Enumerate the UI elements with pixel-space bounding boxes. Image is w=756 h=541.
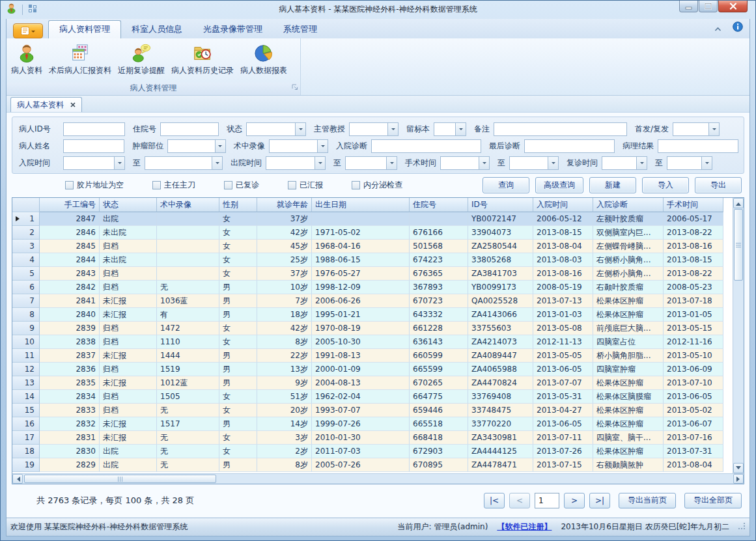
quick-access-icon[interactable] bbox=[28, 3, 37, 16]
filter-combo-3-2[interactable] bbox=[145, 156, 223, 170]
column-header[interactable]: 状态 bbox=[100, 198, 157, 212]
table-row-6[interactable]: 62842归档无男10岁1998-12-09367893YB0099173200… bbox=[12, 281, 733, 294]
filter-combo-3-4[interactable] bbox=[345, 156, 397, 170]
collapse-ribbon-icon[interactable] bbox=[714, 22, 722, 35]
h-scroll-thumb[interactable] bbox=[24, 475, 216, 483]
filter-combo-3-6[interactable] bbox=[509, 156, 559, 170]
checkbox-option-5[interactable]: 内分泌检查 bbox=[352, 180, 402, 191]
column-header[interactable]: 术中录像 bbox=[157, 198, 219, 212]
chevron-down-icon[interactable] bbox=[212, 157, 222, 169]
ribbon-button-2[interactable]: 术后病人汇报资料 bbox=[46, 40, 115, 77]
filter-combo-1-4[interactable] bbox=[349, 122, 399, 136]
table-row-19[interactable]: 192829出院无男8岁2005-07-26670895ZA4478471201… bbox=[12, 458, 733, 472]
table-row-13[interactable]: 132835未汇报1012蓝男9岁2004-08-13670265ZA44708… bbox=[12, 376, 733, 390]
v-scroll-thumb[interactable] bbox=[734, 209, 743, 281]
scroll-down-icon[interactable] bbox=[733, 463, 744, 473]
row-header[interactable]: 12 bbox=[12, 363, 40, 376]
column-header[interactable]: 住院号 bbox=[410, 198, 468, 212]
filter-combo-3-3[interactable] bbox=[266, 156, 326, 170]
row-header[interactable]: 18 bbox=[12, 445, 40, 458]
dialog-launcher-icon[interactable] bbox=[292, 81, 298, 93]
chevron-down-icon[interactable] bbox=[708, 123, 719, 135]
checkbox-option-2[interactable]: 主任主刀 bbox=[152, 180, 195, 191]
export-current-page-button[interactable]: 导出当前页 bbox=[619, 493, 676, 508]
chevron-down-icon[interactable] bbox=[215, 140, 225, 152]
scroll-left-icon[interactable] bbox=[12, 474, 23, 484]
row-header[interactable]: 2 bbox=[12, 226, 40, 240]
filter-combo-3-7[interactable] bbox=[602, 156, 647, 170]
filter-input-2-5[interactable] bbox=[524, 139, 615, 153]
filter-combo-3-1[interactable] bbox=[63, 156, 125, 170]
row-header[interactable]: 14 bbox=[12, 390, 40, 404]
row-header[interactable]: 11 bbox=[12, 349, 40, 363]
row-header[interactable]: 4 bbox=[12, 253, 40, 267]
row-header[interactable]: 16 bbox=[12, 417, 40, 431]
scroll-right-icon[interactable] bbox=[733, 474, 744, 484]
chevron-down-icon[interactable] bbox=[479, 157, 489, 169]
action-button-2[interactable]: 高级查询 bbox=[535, 177, 583, 193]
chevron-down-icon[interactable] bbox=[636, 157, 647, 169]
filter-input-1-6[interactable] bbox=[494, 122, 627, 136]
chevron-down-icon[interactable] bbox=[114, 157, 124, 169]
action-button-3[interactable]: 新建 bbox=[589, 177, 636, 193]
minimize-button[interactable] bbox=[679, 1, 698, 12]
filter-combo-2-3[interactable] bbox=[269, 139, 328, 153]
ribbon-tab-2[interactable]: 科室人员信息 bbox=[121, 21, 193, 38]
chevron-down-icon[interactable] bbox=[701, 157, 712, 169]
column-header[interactable]: 手工编号 bbox=[40, 198, 100, 212]
next-page-button[interactable]: > bbox=[564, 493, 585, 508]
ribbon-button-4[interactable]: 病人资料历史记录 bbox=[168, 40, 237, 77]
filter-combo-1-5[interactable] bbox=[434, 122, 466, 136]
chevron-down-icon[interactable] bbox=[548, 157, 558, 169]
prev-page-button[interactable]: < bbox=[509, 493, 530, 508]
table-row-8[interactable]: 82840未汇报有男18岁1995-01-21643332ZA414306620… bbox=[12, 308, 733, 322]
resize-grip-icon[interactable] bbox=[738, 523, 746, 532]
column-header[interactable]: 手术时间 bbox=[664, 198, 723, 212]
row-header[interactable]: 19 bbox=[12, 458, 40, 472]
row-header[interactable]: 17 bbox=[12, 431, 40, 445]
action-button-1[interactable]: 查询 bbox=[483, 177, 529, 193]
filter-input-2-4[interactable] bbox=[371, 139, 481, 153]
table-row-11[interactable]: 112837未汇报1444男22岁1991-08-13660599ZA40894… bbox=[12, 349, 733, 363]
table-row-7[interactable]: 72841未汇报1036蓝男7岁2006-06-26670723QA002552… bbox=[12, 294, 733, 308]
ribbon-tab-4[interactable]: 系统管理 bbox=[273, 21, 328, 38]
row-header[interactable]: 1 bbox=[12, 212, 40, 226]
row-header[interactable]: 13 bbox=[12, 376, 40, 390]
table-row-4[interactable]: 42844未出院女25岁1988-06-15674223338052682013… bbox=[12, 253, 733, 267]
row-header[interactable]: 10 bbox=[12, 335, 40, 349]
chevron-down-icon[interactable] bbox=[386, 157, 397, 169]
table-row-17[interactable]: 172831未汇报无女3岁2010-01-30668418ZA343098120… bbox=[12, 431, 733, 445]
row-header[interactable]: 7 bbox=[12, 294, 40, 308]
filter-combo-3-8[interactable] bbox=[667, 156, 712, 170]
chevron-down-icon[interactable] bbox=[295, 123, 305, 135]
maximize-button[interactable] bbox=[699, 1, 718, 12]
last-page-button[interactable]: >| bbox=[589, 493, 610, 508]
application-menu-button[interactable] bbox=[13, 23, 43, 38]
table-row-9[interactable]: 92839归档1472女42岁1970-08-19661228337556032… bbox=[12, 322, 733, 335]
checkbox-option-3[interactable]: 已复诊 bbox=[224, 180, 259, 191]
row-header[interactable]: 3 bbox=[12, 240, 40, 253]
checkbox-option-4[interactable]: 已汇报 bbox=[288, 180, 323, 191]
ribbon-button-5[interactable]: 病人数据报表 bbox=[237, 40, 290, 77]
tab-patient-basic-info[interactable]: 病人基本资料 bbox=[10, 97, 82, 112]
ribbon-tab-1[interactable]: 病人资料管理 bbox=[48, 20, 121, 38]
filter-input-2-6[interactable] bbox=[658, 139, 738, 153]
action-button-5[interactable]: 导出 bbox=[695, 177, 742, 193]
info-icon[interactable] bbox=[733, 21, 743, 35]
column-header[interactable]: 出生日期 bbox=[312, 198, 410, 212]
ribbon-button-1[interactable]: 病人资料 bbox=[8, 40, 46, 77]
ribbon-button-3[interactable]: 近期复诊提醒 bbox=[115, 40, 168, 77]
filter-combo-1-7[interactable] bbox=[673, 122, 720, 136]
column-header[interactable]: 性别 bbox=[219, 198, 257, 212]
row-header[interactable]: 8 bbox=[12, 308, 40, 322]
software-registered-link[interactable]: 【软件已注册】 bbox=[497, 521, 552, 533]
chevron-down-icon[interactable] bbox=[455, 123, 466, 135]
table-row-1[interactable]: 12847出院女37岁YB00721472006-05-12左额叶胶质瘤2006… bbox=[12, 212, 733, 226]
filter-combo-3-5[interactable] bbox=[440, 156, 490, 170]
row-header[interactable]: 5 bbox=[12, 267, 40, 281]
filter-combo-2-2[interactable] bbox=[167, 139, 225, 153]
table-row-10[interactable]: 102838归档1110女8岁2005-10-30636143ZA4214073… bbox=[12, 335, 733, 349]
table-row-16[interactable]: 162832未汇报1517男14岁1999-07-266655183377022… bbox=[12, 417, 733, 431]
row-header[interactable]: 9 bbox=[12, 322, 40, 335]
row-header[interactable]: 15 bbox=[12, 404, 40, 417]
